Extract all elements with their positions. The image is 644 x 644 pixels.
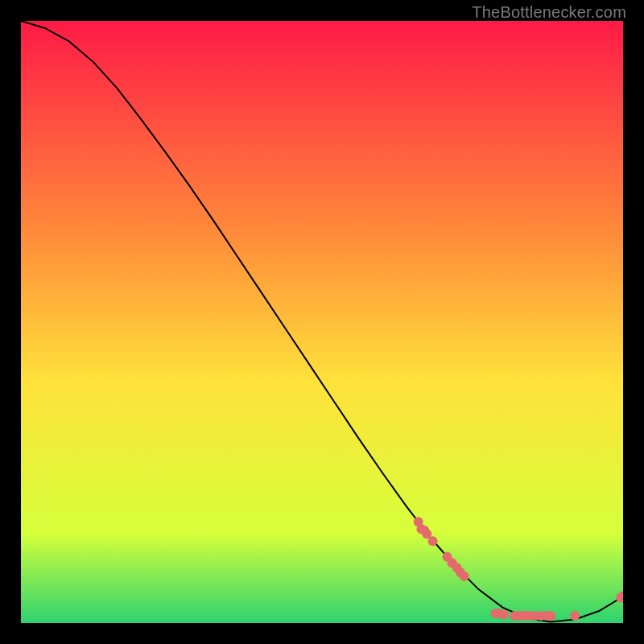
chart-plot-area [21, 21, 623, 623]
chart-frame: TheBottlenecker.com [0, 0, 644, 644]
scatter-point [570, 611, 580, 621]
scatter-point [460, 572, 469, 581]
scatter-point [546, 611, 555, 621]
scatter-point [428, 536, 438, 546]
scatter-point [499, 610, 509, 620]
chart-svg [21, 21, 623, 623]
watermark-text: TheBottlenecker.com [472, 3, 626, 22]
chart-background [21, 21, 623, 623]
